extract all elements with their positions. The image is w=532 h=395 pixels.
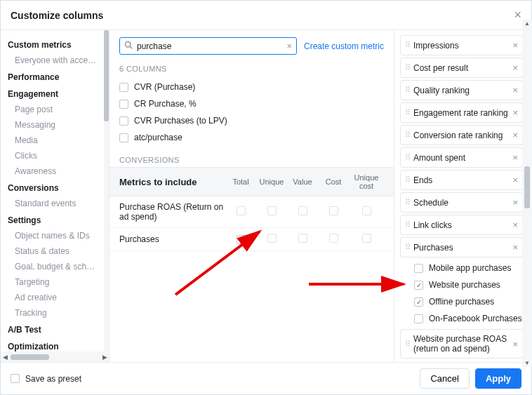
checkbox[interactable] (414, 297, 423, 307)
column-result-label: CVR (Purchase) (134, 82, 195, 92)
checkbox[interactable] (119, 116, 128, 126)
scroll-right-icon[interactable]: ▶ (100, 354, 109, 361)
cancel-button[interactable]: Cancel (420, 368, 469, 389)
drag-handle-icon[interactable]: ⠿ (405, 130, 409, 140)
checkbox[interactable] (11, 374, 20, 383)
sidebar-item[interactable]: Targeting (1, 274, 106, 290)
checkbox[interactable] (414, 281, 423, 290)
selected-column[interactable]: ⠿Ends× (400, 170, 523, 190)
drag-handle-icon[interactable]: ⠿ (405, 243, 409, 252)
search-input[interactable] (137, 41, 286, 51)
checkbox[interactable] (237, 206, 246, 215)
create-custom-metric-link[interactable]: Create custom metric (304, 41, 384, 51)
checkbox[interactable] (362, 206, 371, 215)
sidebar-section-custom-metrics[interactable]: Custom metrics (1, 36, 106, 53)
sidebar-item[interactable]: Awareness (1, 163, 106, 179)
checkbox[interactable] (414, 264, 423, 273)
drag-handle-icon[interactable]: ⠿ (405, 220, 409, 229)
checkbox[interactable] (329, 234, 338, 243)
sidebar-item[interactable]: Messaging (1, 117, 106, 133)
sidebar-item[interactable]: Object names & IDs (1, 228, 106, 243)
drag-handle-icon[interactable]: ⠿ (405, 41, 409, 50)
sidebar-section-engagement[interactable]: Engagement (1, 85, 106, 102)
selected-sub-item[interactable]: Website purchases (396, 276, 531, 293)
checkbox[interactable] (298, 234, 307, 243)
clear-search-icon[interactable]: × (286, 41, 292, 51)
drag-handle-icon[interactable]: ⠿ (405, 63, 409, 72)
selected-column-label: Impressions (413, 41, 512, 51)
checkbox[interactable] (298, 206, 307, 215)
selected-column[interactable]: ⠿Engagement rate ranking× (400, 102, 523, 123)
checkbox[interactable] (119, 83, 128, 92)
checkbox[interactable] (329, 206, 338, 215)
remove-column-icon[interactable]: × (512, 175, 518, 185)
close-icon[interactable]: × (514, 8, 521, 22)
remove-column-icon[interactable]: × (512, 152, 518, 163)
remove-column-icon[interactable]: × (512, 339, 518, 349)
remove-column-icon[interactable]: × (512, 197, 518, 208)
drag-handle-icon[interactable]: ⠿ (405, 340, 409, 349)
sidebar-item[interactable]: Standard events (1, 196, 106, 211)
scroll-down-icon[interactable]: ▼ (524, 359, 530, 362)
sidebar-vertical-scrollbar[interactable] (104, 30, 109, 362)
drag-handle-icon[interactable]: ⠿ (405, 175, 409, 185)
remove-column-icon[interactable]: × (512, 242, 518, 253)
column-result[interactable]: CVR (Purchase) (119, 79, 384, 95)
search-box[interactable]: × (119, 37, 297, 55)
apply-button[interactable]: Apply (475, 368, 521, 389)
checkbox[interactable] (119, 100, 128, 109)
selected-column-label: Website purchase ROAS (return on ad spen… (413, 334, 512, 354)
drag-handle-icon[interactable]: ⠿ (405, 108, 409, 117)
selected-column[interactable]: ⠿Link clicks× (400, 215, 523, 235)
selected-column-purchases[interactable]: ⠿Purchases× (400, 237, 523, 257)
column-result-label: CR Purchase, % (134, 99, 197, 109)
sidebar-item[interactable]: Page post (1, 102, 106, 117)
remove-column-icon[interactable]: × (512, 130, 518, 140)
checkbox[interactable] (237, 235, 246, 244)
selected-column[interactable]: ⠿Quality ranking× (400, 80, 523, 100)
sidebar-item[interactable]: Media (1, 133, 106, 148)
checkbox[interactable] (267, 234, 277, 243)
selected-sub-item[interactable]: Offline purchases (396, 293, 531, 310)
remove-column-icon[interactable]: × (512, 40, 518, 51)
remove-column-icon[interactable]: × (512, 107, 518, 118)
selected-column[interactable]: ⠿Conversion rate ranking× (400, 125, 523, 145)
column-result[interactable]: CVR Purchases (to LPV) (119, 112, 384, 129)
sidebar-section-conversions[interactable]: Conversions (1, 179, 106, 196)
selected-column-label: Schedule (413, 198, 512, 208)
save-preset-option[interactable]: Save as preset (11, 374, 81, 384)
sidebar-section-ab-test[interactable]: A/B Test (1, 321, 106, 337)
sidebar-item[interactable]: Status & dates (1, 243, 106, 259)
column-result[interactable]: CR Purchase, % (119, 95, 384, 112)
column-result[interactable]: atc/purchase (119, 129, 384, 146)
svg-line-1 (130, 46, 132, 48)
checkbox[interactable] (362, 234, 371, 243)
drag-handle-icon[interactable]: ⠿ (405, 198, 409, 207)
selected-column[interactable]: ⠿Website purchase ROAS (return on ad spe… (400, 329, 523, 359)
checkbox[interactable] (414, 314, 423, 323)
checkbox[interactable] (119, 133, 128, 142)
sidebar-item[interactable]: Ad creative (1, 290, 106, 305)
selected-column[interactable]: ⠿Cost per result× (400, 58, 523, 78)
remove-column-icon[interactable]: × (512, 85, 518, 95)
metrics-col-unique: Unique (256, 178, 287, 186)
sidebar-item[interactable]: Goal, budget & schedule (1, 259, 106, 274)
sidebar-section-performance[interactable]: Performance (1, 68, 106, 85)
drag-handle-icon[interactable]: ⠿ (405, 153, 409, 162)
selected-column[interactable]: ⠿Amount spent× (400, 147, 523, 168)
selected-column[interactable]: ⠿Schedule× (400, 192, 523, 213)
checkbox[interactable] (267, 206, 277, 215)
remove-column-icon[interactable]: × (512, 62, 518, 73)
selected-sub-item[interactable]: On-Facebook Purchases (396, 310, 531, 327)
sidebar-item[interactable]: Clicks (1, 148, 106, 163)
drag-handle-icon[interactable]: ⠿ (405, 86, 409, 95)
sidebar-item[interactable]: Everyone with access to (1, 53, 106, 68)
sidebar-section-settings[interactable]: Settings (1, 211, 106, 228)
scroll-left-icon[interactable]: ◀ (1, 354, 9, 361)
selected-sub-item[interactable]: Mobile app purchases (396, 260, 531, 276)
sidebar-horizontal-scrollbar[interactable]: ◀ ▶ (1, 352, 109, 362)
right-vertical-scrollbar[interactable]: ▲ ▼ (522, 30, 531, 362)
selected-column[interactable]: ⠿Impressions× (400, 35, 523, 55)
remove-column-icon[interactable]: × (512, 220, 518, 230)
sidebar-item[interactable]: Tracking (1, 305, 106, 321)
